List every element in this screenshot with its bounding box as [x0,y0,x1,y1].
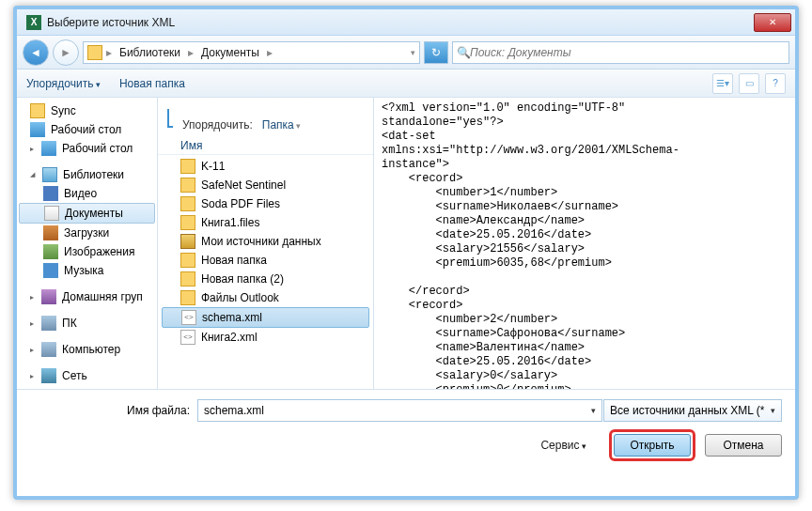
sidebar-item[interactable]: Рабочий стол [17,139,157,158]
filter-label: Все источники данных XML (* [610,404,764,417]
item-icon [43,244,58,259]
file-item[interactable]: Новая папка [158,251,373,270]
sidebar-item[interactable]: Документы [19,203,155,224]
file-item[interactable]: Мои источники данных [158,232,373,251]
file-label: schema.xml [202,311,262,324]
folder-sort[interactable]: Папка [262,118,302,132]
item-icon [41,289,56,304]
file-item[interactable]: SafeNet Sentinel [158,176,373,194]
file-label: K-11 [201,160,225,173]
file-icon [180,196,195,211]
item-label: ПК [62,317,77,330]
item-icon [30,103,45,118]
file-list: K-11SafeNet SentinelSoda PDF FilesКнига1… [158,155,373,389]
folder-icon [87,45,102,60]
filter-combo[interactable]: Все источники данных XML (* [603,399,782,422]
file-icon [181,310,196,325]
window-title: Выберите источник XML [47,16,754,29]
bottom-panel: Имя файла: ▾ Все источники данных XML (*… [17,389,795,471]
chevron-down-icon[interactable]: ▾ [411,48,415,57]
preview-toggle-button[interactable]: ▭ [739,73,759,94]
file-icon [180,178,195,193]
file-item[interactable]: Новая папка (2) [158,270,373,288]
item-icon [44,206,59,221]
sidebar-item[interactable]: Видео [17,184,157,203]
item-icon [43,225,58,240]
chevron-right-icon: ▸ [186,46,195,59]
mid-toolbar: Упорядочить: Папка [158,98,373,135]
sidebar-item[interactable]: Библиотеки [17,165,157,184]
forward-button[interactable]: ► [53,39,79,66]
sidebar-item[interactable]: Компьютер [17,340,157,359]
file-item[interactable]: Soda PDF Files [158,194,373,213]
file-icon [180,271,195,286]
file-label: Новая папка (2) [201,272,284,286]
filename-label: Имя файла: [30,404,190,417]
file-icon [180,330,195,345]
sidebar-item[interactable]: ПК [17,314,157,333]
toolbar: Упорядочить Новая папка ☰▾ ▭ ? [17,70,795,98]
file-label: Файлы Outlook [201,291,279,304]
sidebar-item[interactable]: Загрузки [17,224,157,242]
file-item[interactable]: Книга1.files [158,213,373,232]
file-icon [180,215,195,230]
item-icon [42,167,57,182]
help-button[interactable]: ? [765,73,786,94]
item-icon [43,263,58,278]
crumb-root[interactable]: Библиотеки [116,46,184,59]
view-button[interactable]: ☰▾ [712,73,733,94]
file-label: Книга2.xml [201,331,258,344]
item-icon [41,316,56,331]
back-button[interactable]: ◄ [23,39,49,66]
breadcrumb[interactable]: ▸ Библиотеки ▸ Документы ▸ ▾ [83,41,420,64]
preview-pane: <?xml version="1.0" encoding="UTF-8" sta… [374,98,795,389]
file-item[interactable]: schema.xml [162,307,369,328]
file-item[interactable]: K-11 [158,157,373,176]
item-label: Домашняя груп [62,290,143,303]
sidebar-item[interactable]: Сеть [17,366,157,385]
chevron-down-icon[interactable]: ▾ [591,406,596,415]
sidebar-item[interactable]: Sync [17,101,157,120]
dialog-window: X Выберите источник XML ✕ ◄ ► ▸ Библиоте… [13,6,799,500]
sidebar-item[interactable]: Домашняя груп [17,287,157,306]
new-folder-button[interactable]: Новая папка [119,77,185,90]
file-label: Мои источники данных [201,235,321,248]
nav-bar: ◄ ► ▸ Библиотеки ▸ Документы ▸ ▾ ↻ 🔍 [17,36,795,70]
search-input[interactable] [470,46,785,59]
titlebar: X Выберите источник XML ✕ [17,9,795,36]
crumb-current[interactable]: Документы [197,46,263,59]
file-icon [180,234,195,249]
item-label: Музыка [64,264,103,277]
file-label: Новая папка [201,254,267,267]
column-name[interactable]: Имя [158,135,373,155]
file-icon [180,159,195,174]
item-label: Видео [64,187,97,200]
file-pane: Упорядочить: Папка Имя K-11SafeNet Senti… [158,98,374,389]
service-menu[interactable]: Сервис [540,439,586,452]
item-label: Рабочий стол [51,123,121,136]
sidebar-item[interactable]: Рабочий стол [17,120,157,139]
file-item[interactable]: Файлы Outlook [158,288,373,307]
marker-icon [167,109,173,128]
organize-menu[interactable]: Упорядочить [26,77,101,90]
cancel-button[interactable]: Отмена [705,434,782,457]
sidebar-item[interactable]: Музыка [17,261,157,280]
file-item[interactable]: Книга2.xml [158,328,373,347]
refresh-button[interactable]: ↻ [424,41,448,64]
sidebar-item[interactable]: Изображения [17,242,157,261]
item-label: Библиотеки [63,168,124,181]
item-label: Изображения [64,245,134,258]
item-label: Загрузки [64,226,109,240]
chevron-right-icon: ▸ [265,46,274,59]
item-icon [43,186,58,201]
sidebar: SyncРабочий столРабочий столБиблиотекиВи… [17,98,158,389]
open-button[interactable]: Открыть [614,434,691,457]
search-box[interactable]: 🔍 [452,41,789,64]
item-label: Рабочий стол [62,142,133,155]
close-button[interactable]: ✕ [754,13,791,32]
item-icon [41,342,56,357]
file-icon [180,253,195,268]
chevron-right-icon: ▸ [104,46,114,59]
filename-input[interactable] [197,399,602,422]
search-icon: 🔍 [457,46,470,59]
